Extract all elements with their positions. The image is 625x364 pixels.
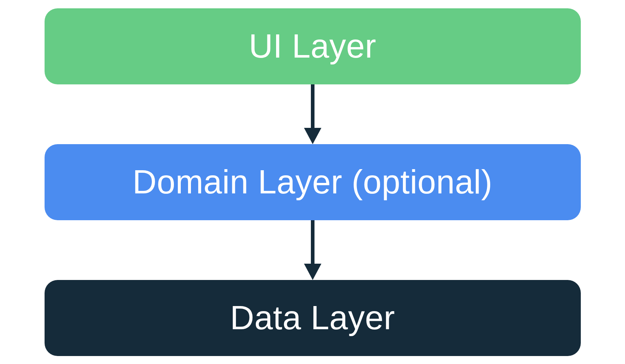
arrow-down-icon (302, 84, 324, 144)
svg-marker-3 (304, 264, 321, 280)
svg-marker-1 (304, 128, 321, 144)
arrow-ui-to-domain (302, 84, 324, 144)
domain-layer-box: Domain Layer (optional) (45, 144, 581, 220)
ui-layer-label: UI Layer (249, 27, 376, 65)
data-layer-label: Data Layer (230, 299, 395, 337)
ui-layer-box: UI Layer (45, 8, 581, 84)
architecture-diagram: UI Layer Domain Layer (optional) Data La… (45, 8, 581, 356)
domain-layer-label: Domain Layer (optional) (133, 163, 492, 201)
arrow-domain-to-data (302, 220, 324, 280)
data-layer-box: Data Layer (45, 280, 581, 356)
arrow-down-icon (302, 220, 324, 280)
